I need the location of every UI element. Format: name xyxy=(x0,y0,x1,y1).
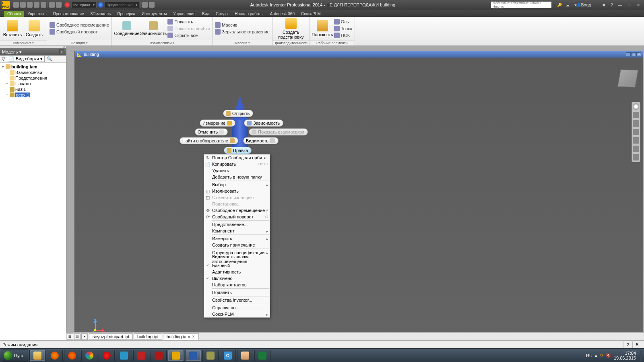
ctx-freemove[interactable]: ✥Свободное перемещениеV xyxy=(204,207,270,214)
taskbar-app2[interactable] xyxy=(202,350,219,361)
tab-simplify[interactable]: Упростить xyxy=(24,11,50,17)
taskbar-chrome[interactable] xyxy=(81,350,97,361)
ctx-component[interactable]: Компонент xyxy=(204,228,270,234)
doctab-3[interactable]: building.iam✕ xyxy=(163,333,199,340)
ctx-contacts[interactable]: Набор контактов xyxy=(204,282,270,288)
maximize-button[interactable]: □ xyxy=(626,2,632,8)
pill-find[interactable]: Найти в обозревателе xyxy=(180,137,238,144)
tab-view[interactable]: Вид xyxy=(199,11,213,17)
ctx-measure[interactable]: Измерить xyxy=(204,235,270,242)
doc-close-button[interactable]: ✕ xyxy=(636,52,641,56)
ctx-copy[interactable]: 📄КопироватьCtrl+C xyxy=(204,161,270,167)
tree-part-top[interactable]: +верх:1 xyxy=(1,92,65,98)
doctab-1[interactable]: soyuzplminipart.ipt xyxy=(89,333,133,340)
taskbar-paint[interactable] xyxy=(237,350,253,361)
fullnav-icon[interactable] xyxy=(633,146,639,152)
ctx-freerotate[interactable]: ⟳Свободный поворотG xyxy=(204,214,270,220)
model-browser-header[interactable]: Модель ▾ ? xyxy=(0,48,66,56)
taskbar-opera[interactable] xyxy=(99,350,115,361)
insert-button[interactable]: Вставить xyxy=(2,18,23,39)
tree-part-bottom[interactable]: +низ:1 xyxy=(1,86,65,92)
qat-open-icon[interactable] xyxy=(20,2,26,8)
tray-sync-icon[interactable]: ⟳ xyxy=(600,353,603,358)
taskbar-acrobat[interactable] xyxy=(151,350,167,361)
zoom-icon[interactable] xyxy=(633,120,639,127)
mirror-button[interactable]: Зеркальное отражение xyxy=(215,29,270,35)
qat-update-icon[interactable] xyxy=(56,2,62,8)
orbit-icon[interactable] xyxy=(633,129,639,135)
lookat-icon[interactable] xyxy=(633,137,639,144)
qat-fx-icon[interactable] xyxy=(142,2,148,8)
signin-button[interactable]: 👤 Вход xyxy=(581,2,586,8)
document-titlebar[interactable]: 📐 building — □ ✕ xyxy=(75,51,643,58)
pill-edit[interactable]: Правка xyxy=(224,147,252,154)
taskbar-firefox[interactable] xyxy=(64,350,80,361)
ctx-addfolder[interactable]: Добавить в новую папку xyxy=(204,174,270,180)
ctx-note[interactable]: Создать примечание xyxy=(204,242,270,248)
group-component-label[interactable]: Компонент xyxy=(0,40,47,45)
ucs-button[interactable]: ПСК xyxy=(334,32,353,39)
axis-button[interactable]: Ось xyxy=(334,19,353,25)
tab-inspect[interactable]: Проверка xyxy=(114,11,138,17)
view-cube[interactable] xyxy=(617,70,638,88)
pill-measure[interactable]: Измерение xyxy=(200,119,235,127)
qat-select-icon[interactable] xyxy=(49,2,55,8)
doc-min-button[interactable]: — xyxy=(626,52,631,56)
ctx-isolate[interactable]: ◫Изолировать xyxy=(204,188,270,194)
tab-soyuzplm[interactable]: Союз-PLM xyxy=(298,11,324,17)
qat-more-icon[interactable] xyxy=(149,2,155,8)
tray-lang[interactable]: RU xyxy=(586,353,592,358)
doc-max-button[interactable]: □ xyxy=(631,52,636,56)
tree-representations[interactable]: +Представления xyxy=(1,75,65,81)
close-button[interactable]: ✕ xyxy=(636,2,641,8)
tab-tools[interactable]: Инструменты xyxy=(138,11,170,17)
filter-icon[interactable]: ▽ xyxy=(2,56,5,62)
qat-undo-icon[interactable] xyxy=(34,2,39,8)
show-errors-button[interactable]: Показать ошибки xyxy=(167,25,210,32)
free-rotate-button[interactable]: Свободный поворот xyxy=(50,29,109,35)
taskbar-excel[interactable] xyxy=(254,350,270,361)
pan-icon[interactable] xyxy=(633,112,639,118)
view-filter-dropdown[interactable]: 📄 Вид сборки ▾ xyxy=(7,56,45,62)
joint-button[interactable]: Соединение xyxy=(114,21,139,36)
start-button[interactable]: Пуск xyxy=(2,350,28,362)
show-desktop-button[interactable] xyxy=(640,350,642,361)
help-icon[interactable]: ? xyxy=(609,2,615,8)
tabs-cascade-icon[interactable]: ▤ xyxy=(74,333,80,340)
show-button[interactable]: Показать xyxy=(167,19,210,25)
constrain-button[interactable]: Зависимость xyxy=(141,21,166,36)
app-icon[interactable]: IPRO xyxy=(2,1,10,9)
tree-relationships[interactable]: +Взаимосвязи xyxy=(1,70,65,75)
tree-origin[interactable]: +Начало xyxy=(1,81,65,86)
taskbar-word[interactable] xyxy=(185,350,201,361)
panel-options-icon[interactable]: ? xyxy=(59,49,64,54)
tray-up-icon[interactable]: ▴ xyxy=(595,353,597,358)
pattern-button[interactable]: Массив xyxy=(215,22,270,28)
tab-environments[interactable]: Среды xyxy=(213,11,231,17)
free-move-button[interactable]: Свободное перемещение xyxy=(50,22,109,28)
taskbar-app1[interactable] xyxy=(116,350,132,361)
pill-open[interactable]: Открыть xyxy=(223,110,253,117)
pill-visibility[interactable]: Видимость xyxy=(243,137,279,144)
tabs-scroll-icon[interactable]: ▸ xyxy=(81,333,88,340)
ctx-repeat[interactable]: ↻Повтор Свободная орбита xyxy=(204,154,270,161)
qat-view-dropdown[interactable]: Представление xyxy=(105,2,139,8)
steering-wheel-icon[interactable] xyxy=(633,103,639,110)
tab-design[interactable]: Проектирование xyxy=(50,11,87,17)
ctx-adaptive[interactable]: Адаптивность xyxy=(204,269,270,275)
tab-3dmodel[interactable]: 3D-модель xyxy=(87,11,114,17)
infocenter-key-icon[interactable]: 🔑 xyxy=(557,2,562,8)
ctx-soyuz[interactable]: Союз-PLM xyxy=(204,311,270,317)
ctx-representation[interactable]: Представление... xyxy=(204,221,270,228)
point-button[interactable]: Точка xyxy=(334,25,353,32)
create-button[interactable]: Создать xyxy=(24,18,44,39)
exchange-icon[interactable]: ✖ xyxy=(601,2,607,8)
taskbar-wmp[interactable] xyxy=(47,350,63,361)
tab-autodesk360[interactable]: Autodesk 360 xyxy=(267,11,298,17)
tree-root[interactable]: ▾building.iam xyxy=(1,64,65,70)
nav-more-icon[interactable] xyxy=(633,154,639,160)
ctx-delete[interactable]: Удалить xyxy=(204,167,270,174)
plane-button[interactable]: Плоскость xyxy=(312,18,332,39)
ctx-autovis[interactable]: Видимость значка автосовмещения xyxy=(204,256,270,262)
tab-assembly[interactable]: Сборка xyxy=(4,11,24,17)
